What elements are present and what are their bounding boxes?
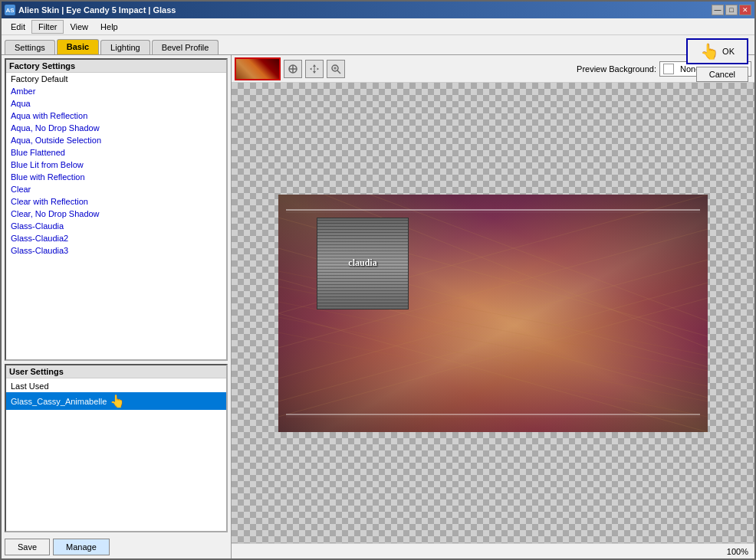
window-title: Alien Skin | Eye Candy 5 Impact | Glass	[18, 5, 176, 15]
preset-blue-flattened[interactable]: Blue Flattened	[6, 146, 226, 159]
menu-edit[interactable]: Edit	[5, 21, 31, 33]
select-icon	[288, 64, 298, 74]
maximize-button[interactable]: □	[725, 5, 738, 15]
tab-settings[interactable]: Settings	[5, 40, 55, 54]
ok-label: OK	[722, 47, 735, 56]
tab-bevel-profile[interactable]: Bevel Profile	[152, 40, 219, 54]
preset-aqua-no-shadow[interactable]: Aqua, No Drop Shadow	[6, 122, 226, 134]
ok-cancel-area: 👆 OK Cancel	[686, 38, 748, 82]
menu-filter[interactable]: Filter	[31, 20, 64, 34]
user-glass-cassy[interactable]: Glass_Cassy_Animabelle 👆	[6, 392, 226, 410]
preset-factory-default[interactable]: Factory Default	[6, 73, 226, 85]
right-panel: Preview Background: None White Black Cus…	[232, 55, 754, 558]
tool-pan-button[interactable]	[305, 60, 324, 78]
main-content: Factory Settings Factory Default Amber A…	[2, 55, 754, 558]
tab-basic[interactable]: Basic	[57, 39, 99, 54]
menu-bar: Edit Filter View Help	[2, 18, 754, 35]
bg-color-swatch	[663, 64, 674, 74]
preview-image: claudia	[278, 195, 708, 432]
close-button[interactable]: ✕	[739, 5, 751, 15]
status-bar: 100%	[232, 543, 754, 558]
preset-glass-claudia[interactable]: Glass-Claudia	[6, 220, 226, 232]
preset-blue-reflection[interactable]: Blue with Reflection	[6, 171, 226, 183]
menu-help[interactable]: Help	[94, 21, 124, 33]
preview-thumbnail[interactable]	[235, 57, 281, 80]
pan-icon	[309, 64, 320, 74]
preview-toolbar: Preview Background: None White Black Cus…	[232, 55, 754, 83]
preset-list-scroll[interactable]: Factory Default Amber Aqua Aqua with Ref…	[6, 73, 226, 359]
user-settings-list[interactable]: Last Used Glass_Cassy_Animabelle 👆	[6, 378, 226, 531]
preset-amber[interactable]: Amber	[6, 85, 226, 97]
svg-line-4	[337, 70, 340, 74]
preset-clear-no-shadow[interactable]: Clear, No Drop Shadow	[6, 208, 226, 220]
user-item-label: Glass_Cassy_Animabelle	[11, 397, 107, 406]
preset-list-area: Factory Settings Factory Default Amber A…	[5, 58, 228, 361]
claudia-label: claudia	[348, 257, 376, 269]
preview-area[interactable]: claudia	[232, 83, 754, 543]
preset-clear-reflection[interactable]: Clear with Reflection	[6, 195, 226, 208]
ok-arrow-icon: 👆	[700, 42, 719, 61]
title-bar-buttons[interactable]: — □ ✕	[712, 5, 751, 15]
thumb-inner: claudia	[317, 218, 409, 309]
preset-blue-lit[interactable]: Blue Lit from Below	[6, 159, 226, 171]
user-last-used[interactable]: Last Used	[6, 380, 226, 392]
preset-glass-claudia2[interactable]: Glass-Claudia2	[6, 232, 226, 244]
zoom-icon	[330, 64, 341, 74]
preview-bg-label: Preview Background:	[577, 64, 656, 74]
save-button[interactable]: Save	[5, 539, 50, 555]
user-settings-area: User Settings Last Used Glass_Cassy_Anim…	[5, 364, 228, 532]
manage-button[interactable]: Manage	[53, 539, 110, 555]
bottom-buttons: Save Manage	[2, 535, 231, 558]
left-panel: Factory Settings Factory Default Amber A…	[2, 55, 232, 558]
claudia-thumbnail: claudia	[317, 218, 409, 309]
menu-view[interactable]: View	[64, 21, 94, 33]
zoom-level: 100%	[727, 547, 748, 556]
preset-clear[interactable]: Clear	[6, 183, 226, 195]
user-settings-header: User Settings	[6, 365, 226, 378]
title-bar-left: AS Alien Skin | Eye Candy 5 Impact | Gla…	[5, 5, 176, 15]
tool-select-button[interactable]	[284, 60, 302, 78]
tab-lighting[interactable]: Lighting	[100, 40, 150, 54]
preview-image-container: claudia	[278, 195, 708, 432]
tool-zoom-button[interactable]	[327, 60, 345, 78]
preset-aqua-outside[interactable]: Aqua, Outside Selection	[6, 134, 226, 146]
main-window: AS Alien Skin | Eye Candy 5 Impact | Gla…	[0, 0, 756, 560]
preset-list-header: Factory Settings	[6, 60, 226, 73]
ok-button[interactable]: 👆 OK	[686, 38, 748, 64]
preset-aqua-reflection[interactable]: Aqua with Reflection	[6, 110, 226, 122]
app-icon: AS	[5, 5, 15, 15]
cancel-button[interactable]: Cancel	[696, 67, 748, 82]
tabs-bar: Settings Basic Lighting Bevel Profile 👆 …	[2, 35, 754, 55]
user-item-arrow-icon: 👆	[110, 394, 125, 408]
title-bar: AS Alien Skin | Eye Candy 5 Impact | Gla…	[2, 2, 754, 18]
preset-aqua[interactable]: Aqua	[6, 97, 226, 110]
minimize-button[interactable]: —	[712, 5, 724, 15]
preset-glass-claudia3[interactable]: Glass-Claudia3	[6, 244, 226, 257]
